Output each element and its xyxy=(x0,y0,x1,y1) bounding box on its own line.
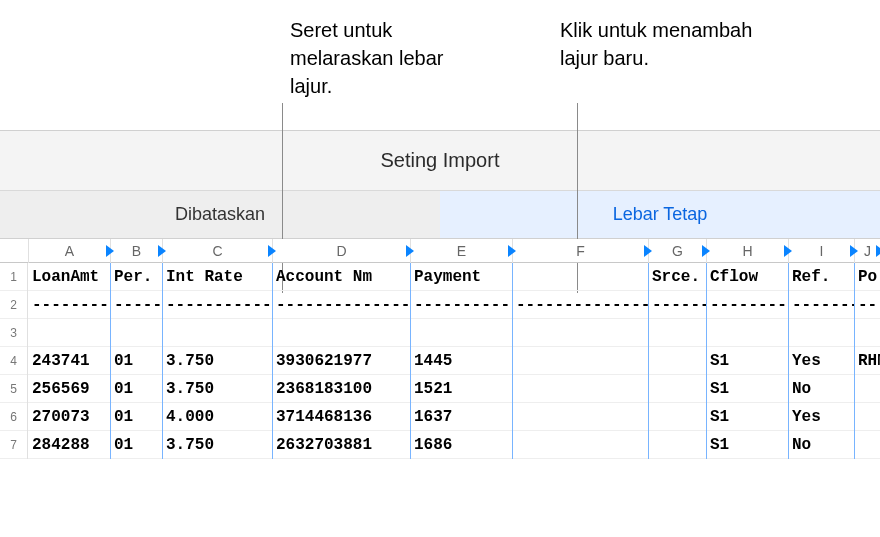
column-resize-handle[interactable] xyxy=(848,241,860,261)
divider-row: 2---------------------------------------… xyxy=(0,291,880,319)
cell xyxy=(512,431,648,459)
cell xyxy=(28,319,110,347)
cell: 01 xyxy=(110,375,162,403)
svg-marker-2 xyxy=(268,245,276,257)
cell: 01 xyxy=(110,403,162,431)
cell: 1637 xyxy=(410,403,512,431)
column-resize-handle[interactable] xyxy=(642,241,654,261)
cell: 4.000 xyxy=(162,403,272,431)
preview-grid: ABCDEFGHIJ 1LoanAmtPer.Int RateAccount N… xyxy=(0,239,880,459)
cell xyxy=(512,263,648,291)
svg-marker-6 xyxy=(702,245,710,257)
svg-marker-0 xyxy=(106,245,114,257)
column-resize-handle[interactable] xyxy=(404,241,416,261)
column-resize-handle[interactable] xyxy=(156,241,168,261)
svg-marker-9 xyxy=(876,245,880,257)
column-resize-handle[interactable] xyxy=(266,241,278,261)
column-resize-handle[interactable] xyxy=(874,241,880,261)
cell: Cflow xyxy=(706,263,788,291)
cell xyxy=(648,347,706,375)
tab-fixed-width[interactable]: Lebar Tetap xyxy=(440,191,880,238)
cell: 1521 xyxy=(410,375,512,403)
column-ruler[interactable]: ABCDEFGHIJ xyxy=(0,239,880,263)
column-resize-handle[interactable] xyxy=(104,241,116,261)
cell: 3.750 xyxy=(162,375,272,403)
callout-region: Seret untuk melaraskan lebar lajur. Klik… xyxy=(0,0,880,130)
cell: 1686 xyxy=(410,431,512,459)
table-row: 5256569013.75023681831001521S1No xyxy=(0,375,880,403)
cell: 270073 xyxy=(28,403,110,431)
cell: 2368183100 xyxy=(272,375,410,403)
column-label-H[interactable]: H xyxy=(706,239,788,263)
cell: --------- xyxy=(28,291,110,319)
table-row: 6270073014.00037144681361637S1Yes xyxy=(0,403,880,431)
cell xyxy=(512,347,648,375)
mode-tabs: Dibataskan Lebar Tetap xyxy=(0,191,880,239)
table-row: 7284288013.75026327038811686S1No xyxy=(0,431,880,459)
svg-marker-7 xyxy=(784,245,792,257)
cell: 2632703881 xyxy=(272,431,410,459)
callout-add: Klik untuk menambah lajur baru. xyxy=(560,16,760,72)
cell: --------------- xyxy=(512,291,648,319)
cell xyxy=(854,375,880,403)
row-number: 6 xyxy=(0,403,28,431)
column-resize-handle[interactable] xyxy=(700,241,712,261)
cell: S1 xyxy=(706,375,788,403)
cell: 243741 xyxy=(28,347,110,375)
tab-delimited[interactable]: Dibataskan xyxy=(0,191,440,238)
cell xyxy=(648,403,706,431)
row-number: 2 xyxy=(0,291,28,319)
cell xyxy=(512,319,648,347)
cell xyxy=(854,431,880,459)
cell xyxy=(706,319,788,347)
column-label-B[interactable]: B xyxy=(110,239,162,263)
row-number: 1 xyxy=(0,263,28,291)
column-label-G[interactable]: G xyxy=(648,239,706,263)
column-label-D[interactable]: D xyxy=(272,239,410,263)
cell: No xyxy=(788,431,854,459)
cell: ----------- xyxy=(410,291,512,319)
cell xyxy=(854,403,880,431)
callout-resize: Seret untuk melaraskan lebar lajur. xyxy=(290,16,490,100)
column-resize-handle[interactable] xyxy=(506,241,518,261)
cell: --------------- xyxy=(272,291,410,319)
cell: Yes xyxy=(788,347,854,375)
row-number: 4 xyxy=(0,347,28,375)
row-number: 5 xyxy=(0,375,28,403)
cell: Yes xyxy=(788,403,854,431)
cell: 3930621977 xyxy=(272,347,410,375)
cell xyxy=(110,319,162,347)
column-label-C[interactable]: C xyxy=(162,239,272,263)
column-label-I[interactable]: I xyxy=(788,239,854,263)
row-number: 3 xyxy=(0,319,28,347)
panel-title: Seting Import xyxy=(0,131,880,191)
cell: 3.750 xyxy=(162,347,272,375)
column-label-F[interactable]: F xyxy=(512,239,648,263)
svg-marker-8 xyxy=(850,245,858,257)
cell: Int Rate xyxy=(162,263,272,291)
column-label-E[interactable]: E xyxy=(410,239,512,263)
cell: 3.750 xyxy=(162,431,272,459)
cell: S1 xyxy=(706,431,788,459)
cell: No xyxy=(788,375,854,403)
cell: 01 xyxy=(110,347,162,375)
cell: ------ xyxy=(648,291,706,319)
table-row: 4243741013.75039306219771445S1YesRHMXWPO xyxy=(0,347,880,375)
cell: Payment xyxy=(410,263,512,291)
cell: 256569 xyxy=(28,375,110,403)
cell: 3714468136 xyxy=(272,403,410,431)
cell: RHMXWPO xyxy=(854,347,880,375)
cell xyxy=(162,319,272,347)
cell: S1 xyxy=(706,403,788,431)
column-label-A[interactable]: A xyxy=(28,239,110,263)
cell xyxy=(512,403,648,431)
column-resize-handle[interactable] xyxy=(782,241,794,261)
cell xyxy=(272,319,410,347)
cell: LoanAmt xyxy=(28,263,110,291)
cell: Account Nm xyxy=(272,263,410,291)
cell xyxy=(648,431,706,459)
import-settings-panel: Seting Import Dibataskan Lebar Tetap ABC… xyxy=(0,130,880,459)
cell: 01 xyxy=(110,431,162,459)
row-number: 7 xyxy=(0,431,28,459)
blank-row: 3 xyxy=(0,319,880,347)
